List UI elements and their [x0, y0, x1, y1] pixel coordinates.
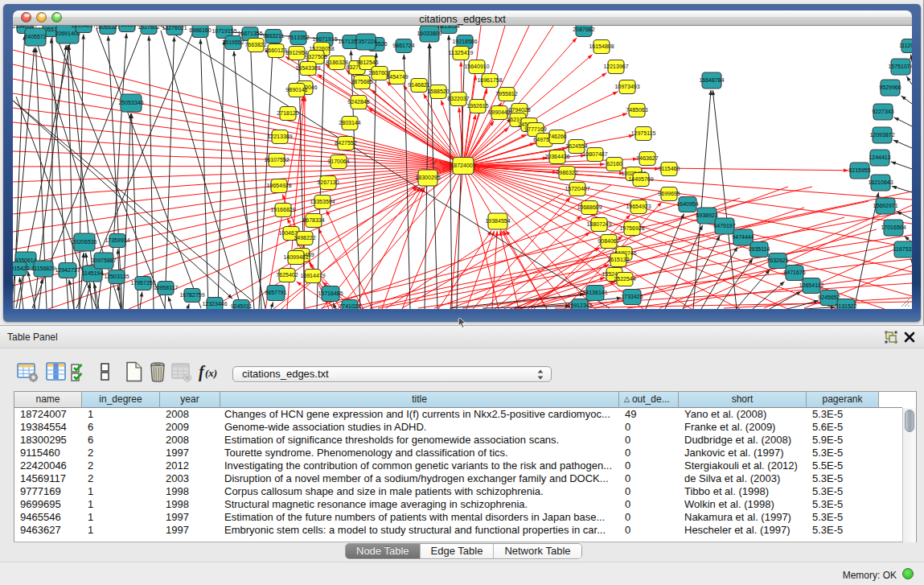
cell-out_degree[interactable]: 0	[619, 498, 679, 511]
cell-pagerank[interactable]: 5.3E-5	[807, 511, 879, 524]
cell-short[interactable]: Wolkin et al. (1998)	[679, 498, 807, 511]
tab-edge-table[interactable]: Edge Table	[421, 544, 495, 558]
cell-year[interactable]: 1998	[160, 498, 220, 511]
cell-year[interactable]: 1997	[160, 524, 220, 537]
cell-out_degree[interactable]: 0	[619, 511, 679, 524]
cell-in_degree[interactable]: 2	[82, 447, 160, 459]
cell-out_degree[interactable]: 0	[619, 421, 679, 434]
cell-short[interactable]: Yano et al. (2008)	[679, 408, 807, 421]
edge-directed-black[interactable]	[149, 36, 154, 310]
edge-directed-black[interactable]	[234, 51, 254, 310]
table-row-18724007[interactable]: 1872400712008Changes of HCN gene express…	[14, 408, 902, 421]
cell-pagerank[interactable]: 5.9E-5	[807, 434, 879, 447]
cell-title[interactable]: Corpus callosum shape and size in male p…	[220, 485, 619, 498]
cell-in_degree[interactable]: 1	[82, 485, 160, 498]
cell-pagerank[interactable]: 5.3E-5	[807, 485, 879, 498]
edge-directed-black[interactable]	[165, 37, 175, 310]
column-header-title[interactable]: title	[220, 392, 619, 408]
network-window-titlebar[interactable]: citations_edges.txt	[13, 10, 912, 26]
table-row-22420046[interactable]: 2242004622012Investigating the contribut…	[14, 459, 902, 472]
cell-pagerank[interactable]: 5.3E-5	[807, 472, 879, 485]
cell-in_degree[interactable]: 2	[82, 472, 160, 485]
cell-out_degree[interactable]: 0	[619, 524, 679, 537]
cell-year[interactable]: 2009	[160, 421, 220, 434]
table-row-9465546[interactable]: 946554611997Estimation of the future num…	[14, 511, 902, 524]
network-canvas[interactable]: 2394055714055724240557220691406109942171…	[13, 26, 912, 309]
close-panel-icon[interactable]	[902, 330, 917, 344]
column-header-year[interactable]: year	[160, 392, 220, 408]
cell-out_degree[interactable]: 0	[619, 472, 679, 485]
column-header-in_degree[interactable]: in_degree	[82, 392, 160, 408]
cell-name[interactable]: 9115460	[14, 447, 82, 459]
cell-in_degree[interactable]: 6	[82, 421, 160, 434]
cell-short[interactable]: Tibbo et al. (1998)	[679, 485, 807, 498]
cell-year[interactable]: 2008	[160, 434, 220, 447]
cell-year[interactable]: 1998	[160, 485, 220, 498]
column-header-pagerank[interactable]: pagerank	[807, 392, 879, 408]
table-row-9699695[interactable]: 969969511998Structural magnetic resonanc…	[14, 498, 902, 511]
column-header-short[interactable]: short	[679, 392, 807, 408]
cell-out_degree[interactable]: 49	[619, 408, 679, 421]
table-row-9115460[interactable]: 911546021997Tourette syndrome. Phenomeno…	[14, 447, 902, 459]
cell-name[interactable]: 9699695	[14, 498, 82, 511]
show-columns-button[interactable]	[68, 360, 92, 385]
cell-title[interactable]: Changes of HCN gene expression and I(f) …	[220, 408, 619, 421]
cell-title[interactable]: Estimation of the future numbers of pati…	[220, 511, 619, 524]
cell-pagerank[interactable]: 5.6E-5	[807, 421, 879, 434]
cell-in_degree[interactable]: 1	[82, 511, 160, 524]
new-column-button[interactable]	[122, 360, 146, 385]
cell-short[interactable]: Nakamura et al. (1997)	[679, 511, 807, 524]
delete-column-button[interactable]	[146, 360, 170, 385]
cell-short[interactable]: Hescheler et al. (1997)	[679, 524, 807, 537]
edge-directed-red[interactable]	[402, 166, 463, 309]
tab-node-table[interactable]: Node Table	[346, 544, 421, 558]
cell-pagerank[interactable]: 5.3E-5	[807, 447, 879, 459]
edge-directed-red[interactable]	[450, 166, 463, 309]
edge-directed-black[interactable]	[713, 90, 737, 309]
cell-short[interactable]: Dudbridge et al. (2008)	[679, 434, 807, 447]
cell-out_degree[interactable]: 0	[619, 485, 679, 498]
cell-pagerank[interactable]: 5.3E-5	[807, 498, 879, 511]
cell-short[interactable]: Jankovic et al. (1997)	[679, 447, 807, 459]
cell-year[interactable]: 1997	[160, 511, 220, 524]
edge-directed-red[interactable]	[368, 108, 463, 166]
cell-title[interactable]: Genome-wide association studies in ADHD.	[220, 421, 619, 434]
column-header-name[interactable]: name	[14, 392, 82, 408]
cell-name[interactable]: 18724007	[14, 408, 82, 421]
cell-name[interactable]: 19384554	[14, 421, 82, 434]
float-panel-icon[interactable]	[884, 330, 898, 344]
table-row-9777169[interactable]: 977716911998Corpus callosum shape and si…	[14, 485, 902, 498]
edge-directed-red[interactable]	[627, 274, 912, 308]
cell-name[interactable]: 14569117	[14, 472, 82, 485]
cell-in_degree[interactable]: 2	[82, 459, 160, 472]
table-row-14569117[interactable]: 1456911722003Disruption of a novel membe…	[14, 472, 902, 485]
cell-year[interactable]: 2012	[160, 459, 220, 472]
memory-status-indicator[interactable]	[902, 568, 914, 579]
row-height-button[interactable]	[93, 360, 117, 385]
cell-in_degree[interactable]: 1	[82, 524, 160, 537]
select-column-button[interactable]	[44, 360, 68, 385]
cell-title[interactable]: Investigating the contribution of common…	[220, 459, 619, 472]
cell-year[interactable]: 2008	[160, 408, 220, 421]
edge-directed-black[interactable]	[200, 39, 208, 310]
cell-name[interactable]: 22420046	[14, 459, 82, 472]
cell-name[interactable]: 18300295	[14, 434, 82, 447]
table-select-dropdown[interactable]: citations_edges.txt	[232, 366, 552, 382]
column-header-out_degree[interactable]: △out_de...	[619, 392, 679, 408]
table-mode-button[interactable]	[15, 360, 39, 385]
table-row-18300295[interactable]: 1830029562008Estimation of significance …	[14, 434, 902, 447]
delete-table-button[interactable]	[170, 360, 194, 385]
cell-out_degree[interactable]: 0	[619, 447, 679, 459]
cell-title[interactable]: Disruption of a novel member of a sodium…	[220, 472, 619, 485]
table-row-19384554[interactable]: 1938455462009Genome-wide association stu…	[14, 421, 902, 434]
cell-in_degree[interactable]: 6	[82, 434, 160, 447]
edge-directed-black[interactable]	[717, 258, 753, 309]
cell-out_degree[interactable]: 0	[619, 434, 679, 447]
cell-year[interactable]: 1997	[160, 447, 220, 459]
cell-title[interactable]: Tourette syndrome. Phenomenology and cla…	[220, 447, 619, 459]
scrollbar-thumb[interactable]	[905, 410, 914, 432]
tab-network-table[interactable]: Network Table	[494, 544, 581, 558]
table-vertical-scrollbar[interactable]	[902, 408, 916, 542]
edge-directed-black[interactable]	[646, 213, 684, 309]
cell-in_degree[interactable]: 1	[82, 408, 160, 421]
